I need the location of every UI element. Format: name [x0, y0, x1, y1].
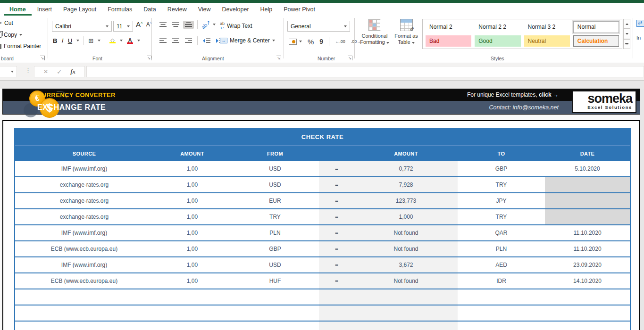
- cell-equals[interactable]: [319, 305, 354, 321]
- cell-date[interactable]: 23.09.2020: [545, 257, 630, 272]
- cell-to[interactable]: PLN: [458, 241, 545, 256]
- cell-to[interactable]: [458, 322, 545, 330]
- borders-button[interactable]: ⊞: [88, 37, 93, 44]
- cell-from[interactable]: USD: [231, 257, 319, 272]
- style-normal-2-2[interactable]: Normal 2 2: [475, 21, 520, 33]
- font-family-select[interactable]: Calibri: [52, 21, 112, 32]
- contact-text[interactable]: Contact: info@someka.net: [489, 101, 559, 115]
- style-bad[interactable]: Bad: [426, 35, 471, 47]
- cell-source[interactable]: [15, 289, 153, 305]
- cancel-entry-button[interactable]: ✕: [43, 68, 48, 75]
- number-dialog-launcher[interactable]: ↘: [348, 56, 352, 60]
- cell-equals[interactable]: =: [319, 193, 354, 208]
- cell-source[interactable]: IMF (www.imf.org): [15, 161, 153, 176]
- font-dialog-launcher[interactable]: ↘: [147, 56, 151, 60]
- cell-amount[interactable]: [153, 322, 231, 330]
- cell-equals[interactable]: =: [319, 177, 354, 192]
- format-as-table-button[interactable]: Format as Table: [393, 19, 420, 45]
- cell-amount2[interactable]: [354, 305, 458, 321]
- cell-equals[interactable]: [319, 289, 354, 305]
- cell-to[interactable]: AED: [458, 257, 545, 272]
- cell-date[interactable]: [545, 322, 630, 330]
- cell-source[interactable]: exchange-rates.org: [15, 177, 153, 192]
- cell-amount[interactable]: 1,00: [153, 161, 231, 176]
- increase-decimal-button[interactable]: ←.00: [335, 39, 345, 44]
- clipboard-dialog-launcher[interactable]: ↘: [40, 56, 45, 60]
- accounting-format-button[interactable]: [289, 39, 302, 45]
- tab-review[interactable]: Review: [162, 3, 192, 16]
- cell-to[interactable]: TRY: [458, 209, 545, 224]
- cell-source[interactable]: [15, 305, 153, 321]
- cell-amount[interactable]: 1,00: [153, 209, 231, 224]
- merge-center-button[interactable]: ↔ Merge & Center: [220, 37, 275, 44]
- cell-to[interactable]: JPY: [458, 193, 545, 208]
- name-box[interactable]: [0, 66, 17, 77]
- style-neutral[interactable]: Neutral: [524, 35, 570, 47]
- cell-amount[interactable]: [153, 305, 231, 321]
- bold-button[interactable]: B: [53, 37, 57, 44]
- cell-from[interactable]: HUF: [231, 273, 319, 289]
- align-right-button[interactable]: [183, 37, 194, 45]
- tab-page-layout[interactable]: Page Layout: [58, 3, 102, 16]
- cell-amount[interactable]: 1,00: [153, 241, 231, 256]
- cell-equals[interactable]: =: [319, 209, 354, 224]
- cell-date[interactable]: [545, 289, 630, 305]
- style-normal-2[interactable]: Normal 2: [426, 21, 471, 33]
- style-normal[interactable]: Normal: [573, 21, 619, 33]
- cell-date[interactable]: 5.10.2020: [545, 161, 630, 176]
- cell-date[interactable]: [545, 209, 630, 224]
- cell-amount2[interactable]: 123,773: [354, 193, 458, 208]
- cell-amount[interactable]: [153, 289, 231, 305]
- wrap-text-button[interactable]: ab↩ Wrap Text: [220, 22, 252, 30]
- cut-button[interactable]: ✂ Cut: [0, 20, 13, 26]
- insert-cells-button[interactable]: In: [636, 20, 644, 41]
- cell-date[interactable]: [545, 193, 630, 208]
- cell-equals[interactable]: =: [319, 241, 354, 256]
- conditional-formatting-button[interactable]: Conditional Formatting: [358, 19, 392, 45]
- grow-font-button[interactable]: A˄: [136, 20, 143, 28]
- cell-date[interactable]: 14.10.2020: [545, 273, 630, 289]
- cell-from[interactable]: [231, 305, 319, 321]
- cell-from[interactable]: USD: [231, 161, 319, 176]
- cell-amount2[interactable]: Not found: [354, 273, 458, 289]
- cell-source[interactable]: ECB (www.ecb.europa.eu): [15, 273, 153, 289]
- cell-source[interactable]: ECB (www.ecb.europa.eu): [15, 241, 153, 256]
- alignment-dialog-launcher[interactable]: ↘: [276, 56, 281, 60]
- cell-source[interactable]: [15, 322, 153, 330]
- confirm-entry-button[interactable]: ✓: [57, 68, 62, 75]
- gallery-scroll-up-button[interactable]: [623, 19, 630, 29]
- align-middle-button[interactable]: [170, 21, 181, 29]
- cell-amount[interactable]: 1,00: [153, 177, 231, 192]
- format-painter-button[interactable]: Format Painter: [0, 43, 41, 50]
- cell-from[interactable]: PLN: [231, 225, 319, 240]
- cell-equals[interactable]: =: [319, 257, 354, 272]
- cell-source[interactable]: IMF (www.imf.org): [15, 225, 153, 240]
- cell-from[interactable]: USD: [231, 177, 319, 192]
- promo-link[interactable]: For unique Excel templates, click →: [467, 89, 559, 101]
- number-format-select[interactable]: General: [287, 21, 350, 32]
- cell-amount[interactable]: 1,00: [153, 273, 231, 289]
- tab-power-pivot[interactable]: Power Pivot: [278, 3, 321, 16]
- cell-source[interactable]: IMF (www.imf.org): [15, 257, 153, 272]
- cell-amount2[interactable]: [354, 322, 458, 330]
- tab-home[interactable]: Home: [4, 3, 32, 16]
- cell-amount2[interactable]: Not found: [354, 225, 458, 240]
- italic-button[interactable]: I: [61, 37, 63, 44]
- cell-to[interactable]: GBP: [458, 161, 545, 176]
- cell-to[interactable]: QAR: [458, 225, 545, 240]
- align-bottom-button[interactable]: [183, 21, 194, 29]
- cell-date[interactable]: 11.10.2020: [545, 225, 630, 240]
- cell-amount2[interactable]: 1,000: [354, 209, 458, 224]
- cell-date[interactable]: [545, 305, 630, 321]
- cell-to[interactable]: TRY: [458, 177, 545, 192]
- tab-view[interactable]: View: [192, 3, 217, 16]
- font-color-button[interactable]: A: [127, 38, 133, 44]
- cell-equals[interactable]: =: [319, 161, 354, 176]
- style-calculation[interactable]: Calculation: [573, 35, 619, 47]
- cell-date[interactable]: [545, 177, 630, 192]
- cell-from[interactable]: [231, 289, 319, 305]
- cell-amount2[interactable]: 3,672: [354, 257, 458, 272]
- gallery-scroll-down-button[interactable]: [623, 29, 630, 39]
- align-center-button[interactable]: [170, 37, 181, 45]
- gallery-expand-button[interactable]: [623, 39, 630, 49]
